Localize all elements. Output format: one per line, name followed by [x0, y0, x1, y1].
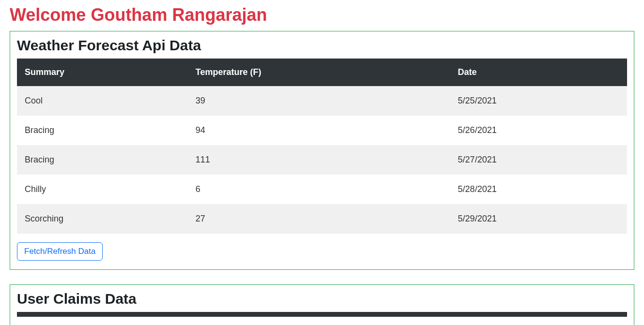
cell-date: 5/27/2021: [450, 145, 627, 175]
cell-date: 5/25/2021: [450, 86, 627, 116]
cell-summary: Bracing: [17, 145, 188, 175]
claims-section-title: User Claims Data: [17, 291, 627, 307]
cell-temperature: 6: [188, 175, 450, 204]
column-header-summary: Summary: [17, 59, 188, 86]
weather-card: Weather Forecast Api Data Summary Temper…: [10, 31, 634, 270]
table-header-row: Summary Temperature (F) Date: [17, 59, 627, 86]
table-row: Bracing 111 5/27/2021: [17, 145, 627, 175]
cell-date: 5/28/2021: [450, 175, 627, 204]
cell-summary: Scorching: [17, 204, 188, 234]
table-row: Chilly 6 5/28/2021: [17, 175, 627, 204]
cell-summary: Cool: [17, 86, 188, 116]
table-row: Cool 39 5/25/2021: [17, 86, 627, 116]
cell-temperature: 27: [188, 204, 450, 234]
fetch-refresh-button[interactable]: Fetch/Refresh Data: [17, 242, 103, 261]
page-title: Welcome Goutham Rangarajan: [10, 5, 634, 25]
table-row: Bracing 94 5/26/2021: [17, 116, 627, 145]
claims-table-header: [17, 312, 627, 317]
cell-date: 5/26/2021: [450, 116, 627, 145]
cell-temperature: 111: [188, 145, 450, 175]
cell-summary: Bracing: [17, 116, 188, 145]
cell-date: 5/29/2021: [450, 204, 627, 234]
column-header-temperature: Temperature (F): [188, 59, 450, 86]
cell-temperature: 39: [188, 86, 450, 116]
weather-table: Summary Temperature (F) Date Cool 39 5/2…: [17, 59, 627, 234]
claims-card: User Claims Data: [10, 284, 634, 325]
column-header-date: Date: [450, 59, 627, 86]
weather-section-title: Weather Forecast Api Data: [17, 37, 627, 54]
table-row: Scorching 27 5/29/2021: [17, 204, 627, 234]
cell-summary: Chilly: [17, 175, 188, 204]
cell-temperature: 94: [188, 116, 450, 145]
